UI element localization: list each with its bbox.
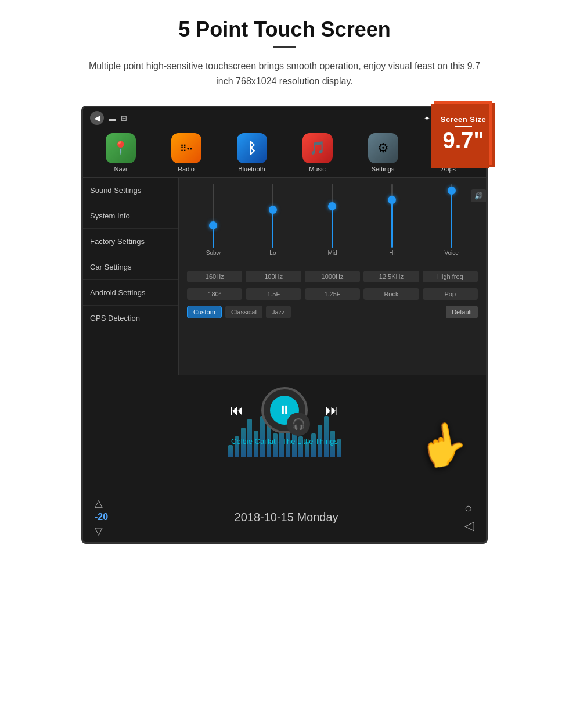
- subw-thumb[interactable]: [209, 221, 217, 229]
- page-title: 5 Point Touch Screen: [178, 17, 390, 42]
- bluetooth-app-icon: ᛒ: [237, 133, 267, 163]
- player-controls: ⏮ ⏸ 🎧 ⏭: [230, 387, 339, 433]
- freq-btn-125f[interactable]: 1.25F: [305, 288, 360, 300]
- nav-left: △ -20 ▽: [95, 497, 108, 537]
- sidebar-item-system-info[interactable]: System Info: [83, 203, 178, 229]
- subw-track: [213, 184, 214, 248]
- device-screen: ◀ ▬ ⊞ ✦ 📶 08:11 ⌃ 📍 Navi ⠿●● Radio ᛒ: [81, 106, 488, 544]
- freq-row-1: 160Hz 100Hz 1000Hz 12.5KHz High freq: [187, 271, 478, 282]
- lo-track: [272, 184, 273, 248]
- screen-size-badge: Screen Size 9.7": [434, 101, 492, 165]
- prev-button[interactable]: ⏮: [230, 402, 244, 418]
- sidebar-item-sound-settings[interactable]: Sound Settings: [83, 178, 178, 203]
- eq-slider-subw[interactable]: Subw: [187, 184, 240, 260]
- bluetooth-status-icon: ✦: [424, 114, 430, 123]
- preset-row: Custom Classical Jazz Default: [187, 306, 478, 318]
- app-item-navi[interactable]: 📍 Navi: [89, 133, 152, 173]
- main-content: Sound Settings System Info Factory Setti…: [83, 178, 486, 375]
- app-grid: 📍 Navi ⠿●● Radio ᛒ Bluetooth 🎵 Music ⚙ S…: [83, 128, 486, 178]
- lo-fill: [272, 213, 273, 248]
- freq-btn-1000hz[interactable]: 1000Hz: [305, 271, 360, 282]
- sidebar-item-factory-settings[interactable]: Factory Settings: [83, 229, 178, 254]
- nav-right: ○ ◁: [464, 501, 474, 533]
- badge-divider: [455, 126, 472, 127]
- temperature-display: -20: [95, 512, 108, 522]
- pointing-hand-icon: 👆: [415, 417, 473, 472]
- navi-label: Navi: [114, 166, 127, 173]
- music-app-icon: 🎵: [302, 133, 333, 163]
- voice-track: [451, 184, 452, 248]
- radio-icon: ⠿●●: [171, 133, 201, 163]
- radio-label: Radio: [178, 166, 195, 173]
- date-display: 2018-10-15 Monday: [108, 511, 464, 524]
- badge-size: 9.7": [443, 130, 484, 152]
- app-item-music[interactable]: 🎵 Music: [286, 133, 349, 173]
- app-item-bluetooth[interactable]: ᛒ Bluetooth: [220, 133, 283, 173]
- navi-icon: 📍: [106, 133, 136, 163]
- page-subtitle: Multiple point high-sensitive touchscree…: [81, 59, 488, 88]
- badge-label: Screen Size: [441, 115, 487, 124]
- app-item-radio[interactable]: ⠿●● Radio: [154, 133, 218, 173]
- sidebar: Sound Settings System Info Factory Setti…: [83, 178, 179, 375]
- bottom-bar: △ -20 ▽ 2018-10-15 Monday ○ ◁: [83, 492, 486, 542]
- app-item-settings[interactable]: ⚙ Settings: [351, 133, 415, 173]
- freq-btn-100hz[interactable]: 100Hz: [246, 271, 301, 282]
- eq-slider-lo[interactable]: Lo: [247, 184, 300, 260]
- preset-btn-custom[interactable]: Custom: [187, 306, 222, 318]
- mid-track: [332, 184, 333, 248]
- freq-btn-125khz[interactable]: 12.5KHz: [363, 271, 419, 282]
- voice-label: Voice: [444, 250, 458, 256]
- next-button[interactable]: ⏭: [325, 402, 339, 418]
- freq-btn-180[interactable]: 180°: [187, 288, 242, 300]
- device-wrapper: Screen Size 9.7" ◀ ▬ ⊞ ✦ 📶 08:11 ⌃ 📍 Nav…: [81, 106, 488, 544]
- lo-label: Lo: [269, 250, 276, 256]
- freq-btn-15f[interactable]: 1.5F: [246, 288, 301, 300]
- sidebar-item-car-settings[interactable]: Car Settings: [83, 254, 178, 280]
- settings-label: Settings: [372, 166, 395, 173]
- preset-btn-classical[interactable]: Classical: [225, 306, 262, 318]
- voice-fill: [451, 193, 452, 248]
- menu-icon: ⊞: [121, 114, 127, 123]
- voice-thumb[interactable]: [448, 187, 456, 195]
- volume-icon: 🔊: [471, 189, 487, 202]
- freq-btn-high[interactable]: High freq: [423, 271, 478, 282]
- music-label: Music: [309, 166, 326, 173]
- music-player: ⏮ ⏸ 🎧 ⏭ Colbie Caillat - The Little Thin…: [83, 375, 486, 492]
- spec-bar-1: [228, 445, 233, 457]
- song-title: Colbie Caillat - The Little Things: [231, 437, 338, 446]
- mid-thumb[interactable]: [328, 202, 336, 210]
- bluetooth-label: Bluetooth: [238, 166, 265, 173]
- circle-icon[interactable]: ○: [464, 501, 474, 516]
- cassette-icon: ▬: [109, 114, 116, 123]
- mid-label: Mid: [327, 250, 337, 256]
- lo-thumb[interactable]: [269, 206, 277, 214]
- eq-slider-voice[interactable]: Voice 🔊: [425, 184, 478, 260]
- preset-btn-jazz[interactable]: Jazz: [266, 306, 291, 318]
- triangle-up-icon[interactable]: △: [95, 497, 108, 510]
- mid-fill: [332, 209, 333, 248]
- freq-btn-160hz[interactable]: 160Hz: [187, 271, 242, 282]
- eq-slider-mid[interactable]: Mid: [306, 184, 359, 260]
- settings-app-icon: ⚙: [368, 133, 398, 163]
- freq-row-2: 180° 1.5F 1.25F Rock Pop: [187, 288, 478, 300]
- sidebar-item-gps-detection[interactable]: GPS Detection: [83, 306, 178, 331]
- status-left: ◀ ▬ ⊞: [90, 111, 127, 125]
- hi-track: [391, 184, 393, 248]
- freq-btn-rock[interactable]: Rock: [363, 288, 419, 300]
- hi-fill: [391, 203, 393, 248]
- back-button[interactable]: ◀: [90, 111, 104, 125]
- preset-btn-default[interactable]: Default: [446, 306, 478, 318]
- back-nav-icon[interactable]: ◁: [464, 518, 474, 533]
- eq-sliders: Subw Lo: [187, 184, 478, 265]
- eq-slider-hi[interactable]: Hi: [366, 184, 419, 260]
- triangle-down-icon[interactable]: ▽: [95, 525, 108, 537]
- hi-label: Hi: [389, 250, 394, 256]
- sidebar-item-android-settings[interactable]: Android Settings: [83, 280, 178, 306]
- status-bar: ◀ ▬ ⊞ ✦ 📶 08:11 ⌃: [83, 107, 486, 128]
- freq-btn-pop[interactable]: Pop: [423, 288, 478, 300]
- hi-thumb[interactable]: [388, 196, 396, 204]
- eq-panel: Subw Lo: [179, 178, 486, 375]
- headphone-icon: 🎧: [287, 413, 310, 436]
- play-circle: ⏸ 🎧: [261, 387, 308, 433]
- subw-fill: [213, 228, 214, 248]
